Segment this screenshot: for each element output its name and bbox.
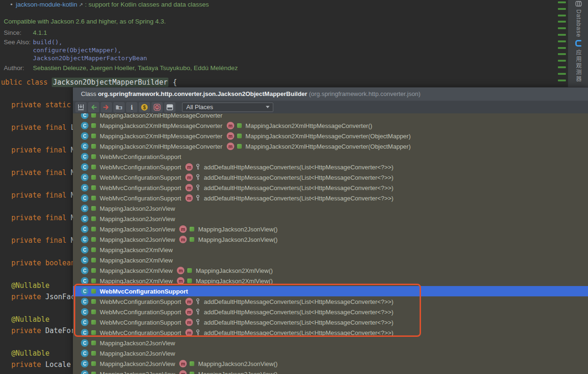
- scroll-mark: [558, 8, 566, 10]
- usage-method-signature: addDefaultHttpMessageConverters(List<Htt…: [204, 174, 393, 181]
- class-icon: C: [81, 360, 88, 367]
- usage-row[interactable]: CMappingJackson2JsonView: [73, 338, 588, 348]
- library-badge-icon: [91, 351, 96, 356]
- method-icon: m: [185, 308, 193, 316]
- scroll-mark: [558, 40, 566, 42]
- usage-row[interactable]: CWebMvcConfigurationSupportmaddDefaultHt…: [73, 172, 588, 183]
- usage-row[interactable]: CMappingJackson2JsonViewmMappingJackson2…: [73, 224, 588, 234]
- usage-row[interactable]: CMappingJackson2XmlHttpMessageConverter: [73, 113, 588, 120]
- open-in-find-toolwindow-icon: [77, 103, 85, 111]
- library-badge-icon: [91, 123, 96, 128]
- usage-class-name: WebMvcConfigurationSupport: [100, 329, 181, 336]
- show-methods-button[interactable]: m: [151, 102, 163, 112]
- method-icon: m: [179, 236, 187, 243]
- popup-toolbar: ✱ i $ m All: [73, 101, 588, 113]
- code-line: @Nullable: [11, 280, 49, 291]
- usage-method-signature: MappingJackson2JsonView(): [198, 226, 278, 233]
- show-fields-button[interactable]: $: [139, 102, 150, 112]
- library-badge-icon: [91, 144, 96, 149]
- scroll-mark: [558, 1, 566, 3]
- scroll-mark: [558, 73, 566, 75]
- class-icon: C: [81, 298, 88, 305]
- class-icon: C: [81, 225, 88, 233]
- scroll-mark: [558, 80, 566, 81]
- usage-row[interactable]: CMappingJackson2XmlView: [73, 245, 588, 255]
- usage-class-name: MappingJackson2XmlView: [100, 247, 173, 254]
- usage-row[interactable]: CWebMvcConfigurationSupportmaddDefaultHt…: [73, 327, 588, 338]
- preview-usages-button[interactable]: [164, 102, 175, 112]
- code-line: private final Ma: [11, 213, 73, 223]
- usage-row[interactable]: CMappingJackson2XmlHttpMessageConverterm…: [73, 120, 588, 131]
- class-icon: C: [81, 318, 88, 326]
- class-icon: C: [81, 287, 88, 295]
- library-badge-icon: [91, 258, 96, 263]
- usage-row[interactable]: CMappingJackson2XmlViewmMappingJackson2X…: [73, 276, 588, 286]
- method-icon: m: [185, 329, 193, 336]
- library-badge-icon: [91, 320, 96, 325]
- usage-row[interactable]: CMappingJackson2JsonView: [73, 348, 588, 358]
- library-badge-icon: [91, 361, 96, 366]
- usage-row[interactable]: CMappingJackson2JsonView: [73, 203, 588, 214]
- class-icon: C: [81, 308, 88, 316]
- usage-method-signature: MappingJackson2JsonView(): [198, 371, 278, 374]
- usage-class-name: WebMvcConfigurationSupport: [100, 164, 181, 171]
- usage-row[interactable]: CMappingJackson2XmlHttpMessageConverterm…: [73, 131, 588, 141]
- usage-row[interactable]: CMappingJackson2XmlView: [73, 255, 588, 265]
- usage-class-name: MappingJackson2XmlHttpMessageConverter: [100, 122, 222, 129]
- method-icon: m: [185, 184, 193, 191]
- usage-row[interactable]: CMappingJackson2XmlViewmMappingJackson2X…: [73, 265, 588, 276]
- code-line: private final Ma: [11, 167, 73, 178]
- method-icon: m: [185, 318, 193, 326]
- database-toolwindow-button[interactable]: Database: [568, 0, 588, 37]
- usage-row[interactable]: CWebMvcConfigurationSupportmaddDefaultHt…: [73, 317, 588, 327]
- editor-scrollbar-stripe[interactable]: [556, 0, 568, 87]
- code-column: private static vprivate final Loprivate …: [0, 0, 73, 374]
- usage-row[interactable]: CMappingJackson2JsonViewmMappingJackson2…: [73, 358, 588, 369]
- usage-method-signature: MappingJackson2JsonView(): [198, 360, 278, 367]
- app-observer-toolwindow-button[interactable]: 应用观测器: [568, 40, 588, 82]
- usage-row[interactable]: CWebMvcConfigurationSupportmaddDefaultHt…: [73, 296, 588, 307]
- svg-text:$: $: [143, 104, 146, 110]
- library-badge-icon: [91, 154, 96, 159]
- usage-row[interactable]: CMappingJackson2JsonView: [73, 214, 588, 224]
- usage-row[interactable]: CWebMvcConfigurationSupportmaddDefaultHt…: [73, 193, 588, 203]
- usages-list: CMappingJackson2XmlHttpMessageConverterC…: [73, 113, 588, 374]
- usage-row[interactable]: CMappingJackson2XmlHttpMessageConverterm…: [73, 141, 588, 151]
- usage-row[interactable]: CMappingJackson2JsonViewmMappingJackson2…: [73, 234, 588, 245]
- library-badge-icon: [91, 310, 96, 314]
- usage-row[interactable]: CMappingJackson2JsonViewmMappingJackson2…: [73, 369, 588, 374]
- usage-class-name: MappingJackson2XmlView: [100, 257, 173, 264]
- protected-key-icon: [196, 174, 200, 181]
- code-line: @Nullable: [11, 348, 49, 358]
- usage-method-signature: MappingJackson2XmlHttpMessageConverter(): [246, 122, 373, 129]
- group-by-usage-type-button[interactable]: ✱: [113, 102, 125, 112]
- library-badge-icon: [91, 247, 96, 252]
- write-access-button[interactable]: [101, 102, 112, 112]
- read-access-button[interactable]: [88, 102, 99, 112]
- library-badge-icon: [91, 279, 96, 283]
- scope-selector-value: All Places: [186, 103, 213, 111]
- usage-class-name: MappingJackson2XmlView: [100, 278, 173, 285]
- code-line: private final Lo: [11, 122, 73, 133]
- usage-class-name: WebMvcConfigurationSupport: [100, 174, 181, 181]
- library-badge-icon: [91, 289, 96, 294]
- usage-row[interactable]: CWebMvcConfigurationSupportmaddDefaultHt…: [73, 183, 588, 193]
- preview-panel-icon: [166, 103, 174, 111]
- usage-method-signature: MappingJackson2XmlHttpMessageConverter(O…: [246, 133, 411, 140]
- show-info-button[interactable]: i: [126, 102, 137, 112]
- usage-row-selected[interactable]: CWebMvcConfigurationSupport: [73, 286, 588, 296]
- usage-row[interactable]: CWebMvcConfigurationSupport: [73, 151, 588, 162]
- usage-method-signature: addDefaultHttpMessageConverters(List<Htt…: [204, 298, 393, 305]
- scope-selector[interactable]: All Places: [182, 103, 273, 112]
- usage-row[interactable]: CWebMvcConfigurationSupportmaddDefaultHt…: [73, 307, 588, 317]
- usage-row[interactable]: CWebMvcConfigurationSupportmaddDefaultHt…: [73, 162, 588, 172]
- field-dollar-icon: $: [141, 103, 148, 111]
- method-icon: m: [227, 132, 234, 140]
- class-icon: C: [81, 246, 88, 254]
- read-access-icon: [90, 103, 97, 111]
- class-icon: C: [81, 174, 88, 181]
- usage-class-name: MappingJackson2JsonView: [100, 371, 175, 374]
- open-in-find-toolwindow-button[interactable]: [75, 102, 87, 112]
- method-icon: m: [185, 194, 193, 202]
- library-badge-icon: [190, 361, 194, 366]
